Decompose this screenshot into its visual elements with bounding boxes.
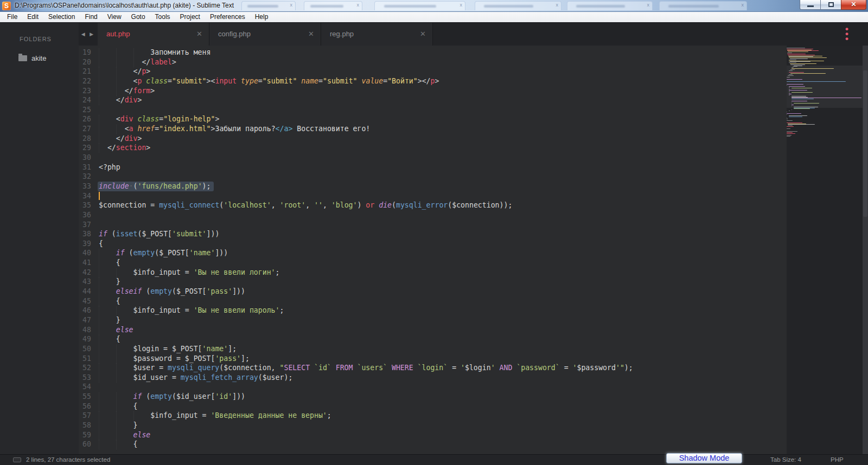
- minimap-line: [787, 48, 805, 48]
- code-line-30[interactable]: 30: [79, 153, 787, 163]
- code-line-37[interactable]: 37: [79, 221, 787, 230]
- indent-guide: [99, 440, 116, 449]
- menu-goto[interactable]: Goto: [126, 12, 150, 22]
- token: `id`: [310, 364, 336, 372]
- title-bar[interactable]: S D:\Programs\OSPanel\domains\localhost\…: [0, 0, 868, 12]
- minimap[interactable]: [787, 46, 863, 454]
- token: Восстановите его!: [292, 125, 370, 133]
- code-line-56[interactable]: 56{: [79, 402, 787, 412]
- line-number: 31: [79, 163, 99, 173]
- code-line-48[interactable]: 48else: [79, 326, 787, 335]
- menu-selection[interactable]: Selection: [43, 12, 80, 22]
- menu-view[interactable]: View: [103, 12, 126, 22]
- token: $password: [133, 354, 172, 363]
- code-line-54[interactable]: 54: [79, 383, 787, 392]
- code-line-35[interactable]: 35$connection = mysqli_connect('localhos…: [79, 201, 787, 211]
- code-line-32[interactable]: 32: [79, 172, 787, 182]
- code-line-49[interactable]: 49{: [79, 335, 787, 345]
- token: WHERE: [392, 364, 413, 372]
- minimize-button[interactable]: [800, 0, 821, 10]
- code-line-58[interactable]: 58}: [79, 421, 787, 431]
- code-line-53[interactable]: 53$id_user = mysqli_fetch_array($user);: [79, 373, 787, 383]
- indent-guide: [99, 421, 116, 430]
- menu-edit[interactable]: Edit: [22, 12, 43, 22]
- menu-file[interactable]: File: [2, 12, 22, 22]
- line-number: 52: [79, 364, 99, 373]
- close-button[interactable]: ✕: [841, 0, 866, 10]
- token: [: [185, 249, 189, 257]
- token: $user: [263, 373, 284, 382]
- menu-project[interactable]: Project: [175, 12, 205, 22]
- line-number: 53: [79, 373, 99, 383]
- code-line-26[interactable]: 26<div class="login-help">: [79, 115, 787, 125]
- vertical-scrollbar[interactable]: [863, 46, 868, 454]
- maximize-button[interactable]: [820, 0, 841, 10]
- tab-close-icon[interactable]: ✕: [196, 23, 202, 46]
- code-line-25[interactable]: 25: [79, 106, 787, 115]
- token: =: [452, 364, 456, 372]
- code-line-39[interactable]: 39{: [79, 240, 787, 249]
- code-line-59[interactable]: 59else: [79, 431, 787, 441]
- code-line-31[interactable]: 31<?php: [79, 163, 787, 173]
- tab-config.php[interactable]: config.php✕: [209, 23, 321, 46]
- code-line-36[interactable]: 36: [79, 211, 787, 221]
- menu-tools[interactable]: Tools: [150, 12, 175, 22]
- code-line-45[interactable]: 45{: [79, 297, 787, 307]
- syntax-indicator[interactable]: PHP: [831, 456, 844, 463]
- code-line-41[interactable]: 41{: [79, 259, 787, 268]
- scrollbar-thumb[interactable]: [863, 70, 867, 217]
- code-line-19[interactable]: 19Запомнить меня: [79, 48, 787, 58]
- code-line-46[interactable]: 46$info_input = 'Вы не ввели пароль';: [79, 306, 787, 316]
- tab-scroll-arrows[interactable]: ◀ ▶: [79, 23, 98, 46]
- code-line-40[interactable]: 40if (empty($_POST['name'])): [79, 249, 787, 259]
- code-line-52[interactable]: 52$user = mysqli_query($connection, "SEL…: [79, 364, 787, 373]
- code-line-24[interactable]: 24</div>: [79, 96, 787, 106]
- code-line-28[interactable]: 28</div>: [79, 134, 787, 144]
- line-content: }: [99, 421, 137, 431]
- tab-reg.php[interactable]: reg.php✕: [321, 23, 433, 46]
- code-line-60[interactable]: 60{: [79, 440, 787, 450]
- tab-size-indicator[interactable]: Tab Size: 4: [770, 456, 801, 463]
- code-line-21[interactable]: 21</p>: [79, 67, 787, 77]
- code-line-34[interactable]: 34: [79, 192, 787, 202]
- code-line-57[interactable]: 57$info_input = 'Введенные данные не вер…: [79, 411, 787, 421]
- line-number: 60: [79, 440, 99, 450]
- code-line-43[interactable]: 43}: [79, 277, 787, 287]
- token: $password: [577, 364, 615, 372]
- code-line-44[interactable]: 44elseif (empty($_POST['pass'])): [79, 287, 787, 297]
- ghost-browser-tab: x: [567, 1, 653, 10]
- sidebar-folder-akite[interactable]: akite: [18, 54, 79, 62]
- tab-overflow-menu-icon[interactable]: •••: [845, 27, 848, 41]
- shadow-mode-button[interactable]: Shadow Mode: [666, 453, 742, 463]
- token: href: [137, 125, 155, 133]
- token: ): [357, 201, 366, 209]
- code-line-50[interactable]: 50$login = $_POST['name'];: [79, 345, 787, 354]
- code-line-33[interactable]: 33include·('funs/head.php');: [79, 182, 787, 192]
- token: }: [116, 277, 120, 286]
- code-line-47[interactable]: 47}: [79, 316, 787, 326]
- token: (: [172, 287, 176, 295]
- code-line-22[interactable]: 22<p class="submit"><input type="submit"…: [79, 77, 787, 87]
- code-editor[interactable]: 19Запомнить меня20</label>21</p>22<p cla…: [79, 46, 787, 454]
- menu-help[interactable]: Help: [250, 12, 273, 22]
- code-line-42[interactable]: 42$info_input = 'Вы не ввели логин';: [79, 268, 787, 278]
- token: ,: [323, 201, 331, 209]
- tab-close-icon[interactable]: ✕: [420, 23, 426, 46]
- menu-preferences[interactable]: Preferences: [205, 12, 250, 22]
- tab-aut.php[interactable]: aut.php✕: [98, 23, 209, 46]
- sublime-text-window: S D:\Programs\OSPanel\domains\localhost\…: [0, 0, 868, 465]
- code-line-20[interactable]: 20</label>: [79, 58, 787, 68]
- token: mysqli_query: [168, 364, 219, 372]
- tab-close-icon[interactable]: ✕: [308, 23, 314, 46]
- indent-guide: [99, 249, 116, 258]
- menu-find[interactable]: Find: [80, 12, 102, 22]
- token: $login: [465, 364, 491, 372]
- token: }: [133, 421, 138, 429]
- code-line-29[interactable]: 29</section>: [79, 144, 787, 153]
- code-line-51[interactable]: 51$password = $_POST['pass'];: [79, 354, 787, 364]
- code-line-23[interactable]: 23</form>: [79, 87, 787, 96]
- code-line-55[interactable]: 55if (empty($id_user['id'])): [79, 392, 787, 402]
- token: $connection: [224, 364, 271, 372]
- code-line-27[interactable]: 27<a href="index.html">Забыли пароль?</a…: [79, 125, 787, 134]
- code-line-38[interactable]: 38if (isset($_POST['submit'])): [79, 230, 787, 240]
